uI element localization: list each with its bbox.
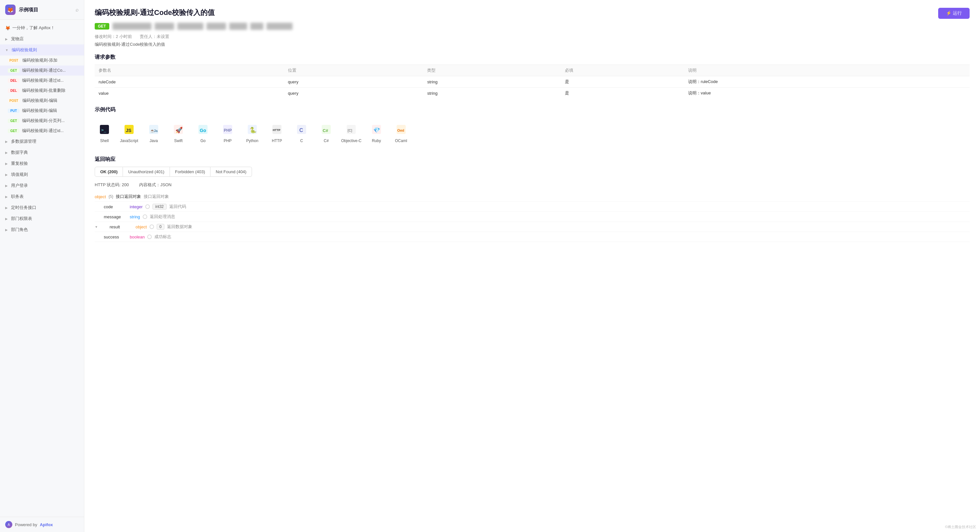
sidebar-item-group[interactable]: ▶部门权限表 xyxy=(0,213,84,224)
response-tab-3[interactable]: Not Found (404) xyxy=(210,167,252,177)
field-key: success xyxy=(95,234,127,239)
response-tabs: OK (200)Unauthorized (401)Forbidden (403… xyxy=(95,167,970,177)
sidebar-item-group[interactable]: ▶多数据源管理 xyxy=(0,136,84,147)
api-item-label: 编码校验规则-批量删除 xyxy=(22,88,65,94)
api-nav-item[interactable]: POST编码校验规则-编辑 xyxy=(0,96,84,106)
tree-root-row: object {5} 接口返回对象 接口返回对象 xyxy=(95,192,970,202)
icon-box: ☕Ja xyxy=(146,122,161,137)
code-icon-objc[interactable]: [C] Objective-C xyxy=(341,122,361,143)
sidebar-item-group[interactable]: ▶部门角色 xyxy=(0,224,84,235)
tree-field-row: message string 返回处理消息 xyxy=(95,212,970,222)
code-icon-js[interactable]: JS JavaScript xyxy=(119,122,139,143)
svg-text:🐍: 🐍 xyxy=(250,126,257,134)
code-icon-ocaml[interactable]: Oml OCaml xyxy=(391,122,411,143)
api-nav-item[interactable]: GET编码校验规则-通过Co... xyxy=(0,65,84,76)
root-desc: 接口返回对象 xyxy=(144,194,169,199)
sidebar-item-group[interactable]: ▶职务表 xyxy=(0,191,84,202)
param-required: 是 xyxy=(561,88,684,99)
chevron-right-icon: ▶ xyxy=(5,37,8,41)
param-position: query xyxy=(284,88,423,99)
footer-text: Powered by xyxy=(15,522,37,527)
sidebar-group-label: 多数据源管理 xyxy=(11,139,79,144)
field-desc: 返回代码 xyxy=(169,204,186,210)
field-key: result xyxy=(100,225,133,229)
url-segment-5 xyxy=(229,23,247,30)
svg-text:HTTP: HTTP xyxy=(273,129,280,132)
intro-icon: 🦊 xyxy=(5,25,10,30)
url-segment-4 xyxy=(207,23,226,30)
icon-box: Go xyxy=(196,122,210,137)
code-icon-http[interactable]: HTTP HTTP xyxy=(267,122,287,143)
field-radio[interactable] xyxy=(150,225,154,229)
code-icon-swift[interactable]: 🚀 Swift xyxy=(169,122,188,143)
response-tab-0[interactable]: OK (200) xyxy=(95,167,123,177)
param-type: string xyxy=(423,88,561,99)
collapse-arrow[interactable]: ▼ xyxy=(95,225,98,229)
search-icon[interactable]: ⌕ xyxy=(76,7,79,13)
response-tab-2[interactable]: Forbidden (403) xyxy=(170,167,211,177)
response-tab-1[interactable]: Unauthorized (401) xyxy=(123,167,170,177)
code-icon-csharp[interactable]: C# C# xyxy=(317,122,336,143)
api-item-label: 编码校验规则-编辑 xyxy=(22,98,57,104)
sidebar-item-group[interactable]: ▶数据字典 xyxy=(0,147,84,158)
method-tag: GET xyxy=(95,23,109,30)
api-nav-item[interactable]: PUT编码校验规则-编辑 xyxy=(0,106,84,116)
code-icon-ruby[interactable]: 💎 Ruby xyxy=(367,122,386,143)
api-item-label: 编码校验规则-通过id... xyxy=(22,78,64,83)
code-icon-go[interactable]: Go Go xyxy=(193,122,213,143)
chevron-right-icon: ▶ xyxy=(5,228,8,232)
code-icon-php[interactable]: PHP PHP xyxy=(218,122,237,143)
code-icon-c[interactable]: C C xyxy=(292,122,311,143)
col-header-type: 类型 xyxy=(423,65,561,76)
api-nav-item[interactable]: GET编码校验规则-通过id... xyxy=(0,126,84,136)
code-icon-python[interactable]: 🐍 Python xyxy=(243,122,262,143)
sidebar-title: 示例项目 xyxy=(19,7,72,13)
api-nav-item[interactable]: POST编码校验规则-添加 xyxy=(0,56,84,65)
root-count: {5} xyxy=(109,194,113,199)
response-tree: object {5} 接口返回对象 接口返回对象 code integer in… xyxy=(95,192,970,242)
icon-box: >_ xyxy=(97,122,111,137)
field-radio[interactable] xyxy=(147,234,152,239)
code-icon-shell[interactable]: >_ Shell xyxy=(95,122,114,143)
icon-label: PHP xyxy=(224,139,232,143)
icon-label: Java xyxy=(150,139,158,143)
sidebar-item-label: 一分钟，了解 Apifox！ xyxy=(12,25,79,31)
chevron-right-icon: ▶ xyxy=(5,206,8,210)
api-item-label: 编码校验规则-编辑 xyxy=(22,108,57,113)
method-badge: POST xyxy=(8,58,20,63)
sidebar-group-label: 填值规则 xyxy=(11,172,79,177)
api-nav-item[interactable]: GET编码校验规则-分页列... xyxy=(0,116,84,126)
svg-text:C: C xyxy=(299,127,303,133)
sidebar-item-intro[interactable]: 🦊 一分钟，了解 Apifox！ xyxy=(0,22,84,33)
field-key: message xyxy=(95,214,127,219)
tree-field-row: success boolean 成功标志 xyxy=(95,232,970,242)
root-label: 接口返回对象 xyxy=(116,194,141,199)
svg-text:PHP: PHP xyxy=(224,128,232,133)
field-type: object xyxy=(135,225,147,229)
sidebar-item-group[interactable]: ▶填值规则 xyxy=(0,169,84,180)
api-url-bar: GET xyxy=(95,23,970,30)
svg-text:>_: >_ xyxy=(101,127,107,132)
sidebar-item-group[interactable]: ▶定时任务接口 xyxy=(0,202,84,213)
col-header-required: 必填 xyxy=(561,65,684,76)
sidebar-item-group[interactable]: ▶用户登录 xyxy=(0,180,84,191)
sidebar-item-group[interactable]: ▶重复校验 xyxy=(0,158,84,169)
code-icons-list: >_ Shell JS JavaScript ☕Ja Java 🚀 Swift … xyxy=(95,117,970,148)
api-nav-item[interactable]: DEL编码校验规则-通过id... xyxy=(0,76,84,86)
field-desc: 返回处理消息 xyxy=(150,214,175,220)
method-badge: GET xyxy=(8,129,19,133)
field-radio[interactable] xyxy=(143,214,147,219)
chevron-right-icon: ▶ xyxy=(5,173,8,177)
api-meta: 修改时间：2 小时前 责任人：未设置 xyxy=(95,34,970,40)
col-header-desc: 说明 xyxy=(684,65,970,76)
api-nav-item[interactable]: DEL编码校验规则-批量删除 xyxy=(0,86,84,96)
field-radio[interactable] xyxy=(145,204,150,209)
sidebar-item-encoding[interactable]: ▼ 编码校验规则 xyxy=(0,45,84,56)
response-status: HTTP 状态码: 200 xyxy=(95,182,129,188)
app-logo: 🦊 xyxy=(5,5,16,15)
field-desc: 返回数据对象 xyxy=(167,224,192,230)
run-button[interactable]: ⚡ 运行 xyxy=(938,8,970,19)
sidebar-item-petshop[interactable]: ▶ 宠物店 xyxy=(0,33,84,45)
icon-box: 💎 xyxy=(369,122,383,137)
code-icon-java[interactable]: ☕Ja Java xyxy=(144,122,164,143)
